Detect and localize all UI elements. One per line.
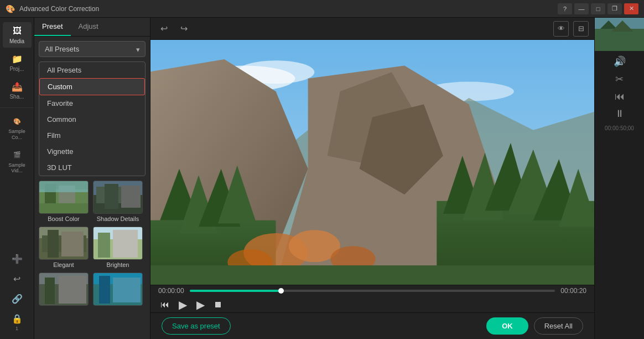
svg-rect-62	[150, 265, 594, 285]
seek-bar-wrapper[interactable]	[190, 290, 555, 292]
svg-rect-65	[595, 29, 644, 51]
dropdown-item-film[interactable]: Film	[39, 127, 145, 143]
playback-controls-row: ⏮ ▶ ▶ ⏹	[158, 298, 586, 311]
svg-rect-6	[39, 181, 89, 214]
media-icon: 🖼	[12, 25, 23, 37]
volume-button[interactable]: 🔊	[614, 55, 626, 68]
sidebar-item-media[interactable]: 🖼 Media	[3, 22, 32, 48]
svg-rect-18	[39, 227, 89, 260]
ok-button[interactable]: OK	[486, 317, 528, 335]
seek-fill	[190, 290, 281, 292]
reset-all-button[interactable]: Reset All	[534, 317, 583, 335]
tab-adjust[interactable]: Adjust	[71, 18, 106, 36]
stop-button[interactable]: ⏹	[211, 298, 225, 311]
sidebar-link-button[interactable]: 🔗	[3, 290, 32, 307]
close-button[interactable]: ✕	[624, 3, 638, 14]
main-layout: 🖼 Media 📁 Proj... 📤 Sha... 🎨 Sample Co..…	[0, 18, 644, 339]
thumbnails-scroll: Boost Color Shadow Details	[34, 176, 150, 339]
sidebar-divider	[0, 107, 34, 108]
sidebar-undo-button[interactable]: ↩	[3, 270, 32, 287]
sidebar-add-button[interactable]: ➕	[3, 250, 32, 268]
thumb-row-3	[39, 273, 146, 307]
eye-button[interactable]: 👁	[553, 21, 569, 37]
svg-rect-30	[39, 273, 89, 306]
thumb-5-img	[39, 273, 89, 306]
sidebar-project-label: Proj...	[9, 66, 24, 72]
crop-button[interactable]: ✂	[615, 73, 624, 85]
sidebar-item-sample-color[interactable]: 🎨 Sample Co...	[3, 112, 32, 144]
svg-rect-12	[94, 181, 143, 214]
app-icon: 🎨	[6, 4, 15, 13]
video-controls: 00:00:00 00:00:20 ⏮ ▶ ▶ ⏹	[150, 285, 594, 312]
thumb-row-2: Elegant Brighten	[39, 227, 146, 268]
title-bar-left: 🎨 Advanced Color Correction	[6, 4, 99, 13]
preset-dropdown-list: All Presets Custom Favorite Common Film …	[39, 61, 146, 176]
dropdown-item-custom[interactable]: Custom	[39, 78, 145, 95]
thumb-6-img	[93, 273, 143, 306]
save-preset-button[interactable]: Save as preset	[162, 317, 231, 335]
preset-dropdown[interactable]: All Presets	[39, 41, 146, 57]
seek-bar	[190, 290, 555, 292]
action-buttons: OK Reset All	[486, 317, 583, 335]
minimize-button[interactable]: —	[574, 3, 589, 14]
thumb-5[interactable]	[39, 273, 89, 307]
help-button[interactable]: ?	[558, 3, 572, 14]
thumb-row-1: Boost Color Shadow Details	[39, 181, 146, 222]
prev-frame-button[interactable]: ⏮	[158, 298, 172, 311]
thumb-elegant-label: Elegant	[53, 261, 74, 268]
dropdown-item-vignette[interactable]: Vignette	[39, 143, 145, 160]
redo-button[interactable]: ↪	[176, 21, 191, 37]
play-large-button[interactable]: ▶	[194, 298, 207, 311]
thumb-shadow-details-label: Shadow Details	[97, 215, 139, 222]
seek-thumb	[278, 288, 284, 294]
sidebar-sample-video-label: Sample Vid...	[5, 162, 29, 174]
total-time: 00:00:20	[560, 287, 586, 295]
share-icon: 📤	[12, 81, 23, 92]
thumb-elegant-img	[39, 227, 89, 260]
color-correction-panel: Preset Adjust All Presets All Presets Cu…	[34, 18, 150, 339]
svg-rect-36	[94, 273, 143, 306]
sidebar-item-share[interactable]: 📤 Sha...	[3, 78, 32, 103]
current-time: 00:00:00	[158, 287, 184, 295]
panel-tabs: Preset Adjust	[34, 18, 150, 37]
video-toolbar: ↩ ↪ 👁 ⊟	[150, 18, 594, 40]
maximize-button[interactable]: □	[591, 3, 605, 14]
app-sidebar: 🖼 Media 📁 Proj... 📤 Sha... 🎨 Sample Co..…	[0, 18, 34, 339]
folder-icon: 📁	[12, 53, 23, 64]
sidebar-media-label: Media	[9, 38, 24, 44]
thumb-elegant[interactable]: Elegant	[39, 227, 89, 268]
sidebar-share-label: Sha...	[9, 94, 24, 100]
thumb-boost-color[interactable]: Boost Color	[39, 181, 89, 222]
thumb-6[interactable]	[93, 273, 143, 307]
rp-pause-button[interactable]: ⏸	[615, 108, 625, 120]
dropdown-item-favorite[interactable]: Favorite	[39, 95, 145, 111]
sample-color-icon: 🎨	[12, 116, 23, 127]
split-button[interactable]: ⊟	[573, 21, 589, 37]
undo-icon: ↩	[12, 273, 23, 284]
preset-dropdown-wrapper: All Presets	[39, 41, 146, 57]
tab-preset[interactable]: Preset	[34, 18, 71, 36]
dropdown-item-all-presets[interactable]: All Presets	[39, 62, 145, 78]
sidebar-item-sample-video[interactable]: 🎬 Sample Vid...	[3, 146, 32, 178]
sidebar-lock-button[interactable]: 🔒 1	[3, 310, 32, 335]
right-panel: 🔊 ✂ ⏮ ⏸ 00:00:50;00	[594, 18, 644, 339]
add-icon: ➕	[12, 253, 23, 264]
dropdown-item-3dlut[interactable]: 3D LUT	[39, 160, 145, 176]
thumb-shadow-details[interactable]: Shadow Details	[93, 181, 143, 222]
sidebar-item-project[interactable]: 📁 Proj...	[3, 50, 32, 75]
thumb-boost-color-label: Boost Color	[48, 215, 79, 222]
lock-icon: 🔒	[12, 313, 23, 324]
undo-button[interactable]: ↩	[156, 21, 172, 37]
thumb-brighten[interactable]: Brighten	[93, 227, 143, 268]
rp-play-button[interactable]: ⏮	[615, 91, 625, 102]
thumb-brighten-label: Brighten	[107, 261, 129, 268]
dropdown-item-common[interactable]: Common	[39, 111, 145, 127]
title-bar: 🎨 Advanced Color Correction ? — □ ❐ ✕	[0, 0, 644, 18]
play-button[interactable]: ▶	[176, 298, 189, 311]
video-preview	[150, 40, 594, 285]
title-bar-title: Advanced Color Correction	[19, 5, 99, 13]
svg-rect-24	[94, 227, 143, 260]
bottom-bar: Save as preset OK Reset All	[150, 312, 594, 339]
title-bar-controls: ? — □ ❐ ✕	[558, 3, 638, 14]
restore-button[interactable]: ❐	[607, 3, 622, 14]
